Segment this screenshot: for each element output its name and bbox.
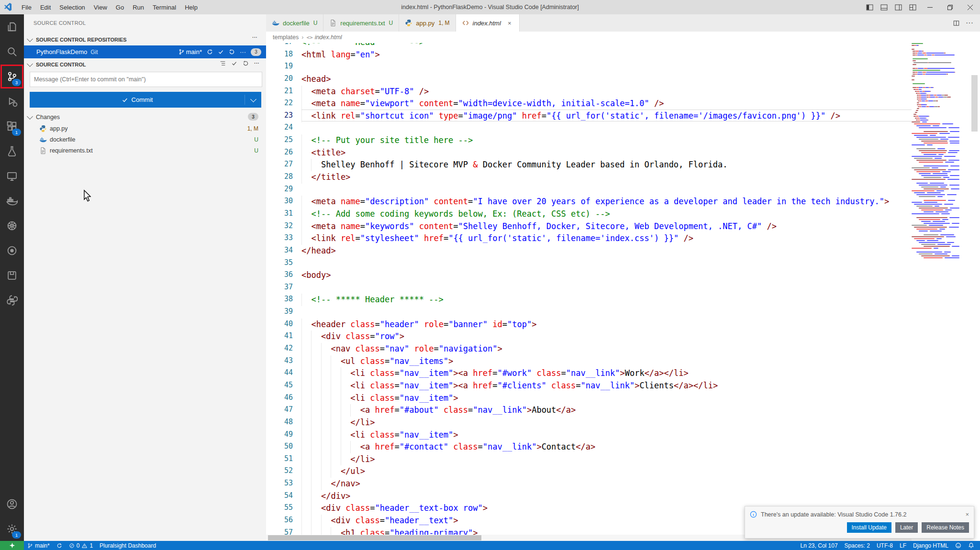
split-editor-icon[interactable] [953, 20, 960, 27]
close-window-button[interactable] [960, 0, 980, 14]
code-line-50[interactable]: 50 <a href="#contact" class="nav__link">… [266, 440, 912, 453]
code-line-39[interactable]: 39 [266, 306, 912, 318]
code-line-24[interactable]: 24 [266, 121, 912, 134]
activity-remote-explorer-icon[interactable] [0, 164, 24, 188]
activity-python-icon[interactable] [0, 288, 24, 313]
sync-icon[interactable] [207, 49, 213, 55]
status-pluralsight-dashboard[interactable]: Pluralsight Dashboard [96, 541, 159, 550]
close-tab-icon[interactable]: × [506, 20, 513, 27]
scm-section-header[interactable]: SOURCE CONTROL ··· [24, 59, 266, 70]
menu-selection[interactable]: Selection [55, 0, 89, 14]
code-line-48[interactable]: 48 </li> [266, 416, 912, 429]
code-line-51[interactable]: 51 </li> [266, 453, 912, 465]
code-line-37[interactable]: 37 [266, 281, 912, 294]
code-line-44[interactable]: 44 <li class="nav__item"><a href="#work"… [266, 367, 912, 379]
later-button[interactable]: Later [895, 522, 918, 533]
vertical-scrollbar[interactable] [971, 75, 978, 132]
tab-app.py[interactable]: app.py1, M [399, 14, 456, 32]
repositories-section-header[interactable]: SOURCE CONTROL REPOSITORIES ··· [24, 34, 266, 45]
scm-more-icon[interactable]: ··· [254, 60, 259, 66]
toggle-secondary-sidebar-icon[interactable] [891, 0, 905, 14]
status-encoding[interactable]: UTF-8 [873, 541, 896, 550]
tab-index.html[interactable]: index.html× [456, 14, 520, 32]
menu-go[interactable]: Go [111, 0, 128, 14]
code-editor[interactable]: 17<!-- ***** Head ***** -->18<html lang=… [266, 43, 912, 535]
activity-run-debug-icon[interactable] [0, 89, 24, 114]
repository-row[interactable]: PythonFlaskDemo Git main* ··· 3 [24, 45, 266, 58]
code-line-40[interactable]: 40 <header class="header" role="banner" … [266, 318, 912, 330]
change-row-app.py[interactable]: app.py 1, M [24, 123, 266, 134]
commit-button[interactable]: Commit [30, 92, 261, 108]
view-as-tree-icon[interactable] [220, 60, 226, 66]
remote-indicator[interactable] [0, 541, 24, 550]
commit-message-input[interactable]: Message (Ctrl+Enter to commit on "main") [30, 72, 262, 87]
code-line-42[interactable]: 42 <nav class="nav" role="navigation"> [266, 342, 912, 355]
activity-live-preview-icon[interactable] [0, 238, 24, 263]
code-line-27[interactable]: 27 Shelley Benhoff | Sitecore MVP & Dock… [266, 158, 912, 171]
menu-run[interactable]: Run [128, 0, 148, 14]
branch-indicator[interactable]: main* [178, 48, 202, 55]
close-icon[interactable]: × [966, 511, 969, 518]
code-line-30[interactable]: 30 <meta name="description" content="I h… [266, 195, 912, 208]
activity-accounts-icon[interactable] [0, 492, 24, 517]
code-line-18[interactable]: 18<html lang="en"> [266, 48, 912, 61]
menu-file[interactable]: File [17, 0, 36, 14]
menu-help[interactable]: Help [180, 0, 202, 14]
status-branch[interactable]: main* [24, 541, 53, 550]
menu-edit[interactable]: Edit [36, 0, 55, 14]
changes-section-header[interactable]: Changes 3 [24, 111, 266, 122]
activity-source-control-icon[interactable]: 3 [0, 64, 24, 89]
minimize-button[interactable] [920, 0, 940, 14]
change-row-dockerfile[interactable]: dockerfile U [24, 134, 266, 145]
change-row-requirements.txt[interactable]: requirements.txt U [24, 145, 266, 156]
code-line-31[interactable]: 31 <!-- Add some coding keywords below, … [266, 208, 912, 220]
tab-dockerfile[interactable]: dockerfileU [266, 14, 323, 32]
code-line-19[interactable]: 19 [266, 60, 912, 73]
install-update-button[interactable]: Install Update [847, 522, 891, 533]
toggle-sidebar-icon[interactable] [862, 0, 877, 14]
activity-deploy-icon[interactable] [0, 263, 24, 288]
code-line-34[interactable]: 34</head> [266, 244, 912, 257]
code-line-53[interactable]: 53 </nav> [266, 477, 912, 490]
status-problems[interactable]: 0 1 [66, 541, 96, 550]
refresh-icon[interactable] [243, 60, 249, 66]
horizontal-scrollbar[interactable] [268, 535, 481, 540]
toggle-panel-icon[interactable] [877, 0, 891, 14]
menu-view[interactable]: View [89, 0, 111, 14]
feedback-icon[interactable] [952, 541, 965, 550]
code-line-43[interactable]: 43 <ul class="nav__items"> [266, 355, 912, 367]
code-line-23[interactable]: 23 <link rel="shortcut icon" type="image… [266, 110, 912, 122]
repo-more-icon[interactable]: ··· [240, 48, 246, 55]
code-line-32[interactable]: 32 <meta name="keywords" content="Shelle… [266, 220, 912, 232]
bell-icon[interactable] [965, 541, 980, 550]
code-line-21[interactable]: 21 <meta charset="UTF-8" /> [266, 85, 912, 98]
code-line-49[interactable]: 49 <li class="nav__item"> [266, 429, 912, 441]
activity-docker-icon[interactable] [0, 188, 24, 213]
commit-check-icon[interactable] [218, 49, 224, 55]
commit-check-icon[interactable] [231, 60, 237, 66]
breadcrumb[interactable]: templates › <> index.html [266, 32, 980, 43]
code-line-26[interactable]: 26 <title> [266, 146, 912, 159]
tab-requirements.txt[interactable]: requirements.txtU [323, 14, 399, 32]
commit-dropdown-button[interactable] [245, 97, 261, 103]
activity-kubernetes-icon[interactable] [0, 213, 24, 238]
status-indentation[interactable]: Spaces: 2 [841, 541, 873, 550]
activity-extensions-icon[interactable]: 1 [0, 114, 24, 139]
code-line-29[interactable]: 29 [266, 183, 912, 196]
code-line-38[interactable]: 38 <!-- ***** Header ***** --> [266, 293, 912, 306]
code-line-25[interactable]: 25 <!-- Put your site title here --> [266, 134, 912, 146]
release-notes-button[interactable]: Release Notes [922, 522, 969, 533]
status-language-mode[interactable]: Django HTML [910, 541, 952, 550]
activity-settings-icon[interactable]: 1 [0, 517, 24, 541]
code-line-22[interactable]: 22 <meta name="viewport" content="width=… [266, 97, 912, 110]
code-line-33[interactable]: 33 <link rel="stylesheet" href="{{ url_f… [266, 232, 912, 244]
activity-testing-icon[interactable] [0, 139, 24, 164]
status-cursor-position[interactable]: Ln 23, Col 107 [797, 541, 841, 550]
minimap[interactable] [912, 43, 959, 535]
refresh-icon[interactable] [229, 49, 235, 55]
code-line-20[interactable]: 20<head> [266, 73, 912, 85]
code-line-36[interactable]: 36<body> [266, 269, 912, 281]
status-eol[interactable]: LF [896, 541, 910, 550]
activity-search-icon[interactable] [0, 39, 24, 64]
code-line-45[interactable]: 45 <li class="nav__item"><a href="#clien… [266, 379, 912, 392]
